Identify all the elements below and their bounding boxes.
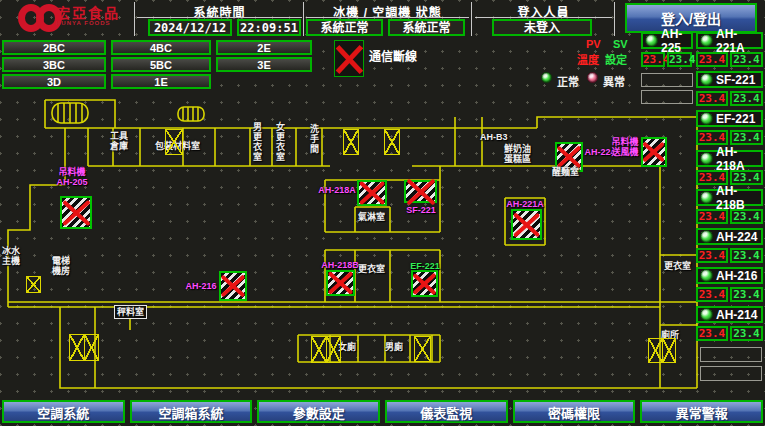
zone-button-2e[interactable]: 2E [216,40,312,55]
pv-sub-header: 溫度 [577,51,599,67]
lift-icon [69,334,99,361]
zone-button-4bc[interactable]: 4BC [111,40,211,55]
unit-sf-221[interactable]: SF-221 [696,71,763,88]
room-label-changing: 更衣室 [358,264,385,274]
unit-ef-221[interactable]: EF-221 [696,110,763,127]
time-value: 22:09:51 [237,19,301,36]
lift-cell [344,130,358,154]
comm-lost-icon [334,40,364,77]
pv-header: PV [586,38,601,50]
nav-password-auth[interactable]: 密碼權限 [513,400,636,423]
unit-ah-224[interactable]: AH-224 [696,228,763,245]
unit-name: SF-221 [716,73,755,87]
nav-param-setting[interactable]: 參數設定 [257,400,380,423]
room-label-ah-b3: AH-B3 [480,132,508,142]
lift-cell [70,335,84,360]
comm-lost-label: 通信斷線 [369,47,417,64]
unit-name: AH-218B [716,184,761,212]
legend-normal-label: 正常 [557,73,579,89]
ahu-label-ah-205: 吊料機AH-205 [50,167,94,187]
ahu-label-sf-221: SF-221 [405,205,437,215]
ahu-label-ah-218a: AH-218A [318,185,356,195]
zone-button-3d[interactable]: 3D [2,74,106,89]
lift-icon [648,338,676,363]
ahu-label-hoist: 吊料機送風機 [610,137,640,157]
sv-sub-header: 設定 [605,51,627,67]
zone-button-5bc[interactable]: 5BC [111,57,211,72]
unit-ah-216[interactable]: AH-216 [696,267,763,284]
ahu-icon-ah-205[interactable] [60,196,92,229]
ahu-label-ah-218b: AH-218B [320,260,360,270]
unit-ah-214[interactable]: AH-214 [696,306,763,323]
unit-name: AH-221A [716,27,761,55]
unit-name: AH-218A [716,145,761,173]
nav-meter-monitor[interactable]: 儀表監視 [385,400,508,423]
unit-name: AH-225 [661,27,691,55]
status-led [645,34,658,47]
ahu-label-ef-221: EF-221 [410,261,440,271]
lift-cell [166,130,182,154]
lift-icon [311,336,341,363]
ahu-icon-ah-216[interactable] [219,271,247,301]
ahu-icon-ef-221[interactable] [411,270,438,297]
room-label-locker-m: 男更衣室 [252,122,262,162]
ahu-icon-ah-218b[interactable] [326,270,355,296]
status-led [700,230,713,243]
zone-button-2bc[interactable]: 2BC [2,40,106,55]
room-label-proofing: 醒麵室 [552,167,579,177]
login-status: 未登入 [492,19,592,36]
status-led [700,34,713,47]
lift-icon [26,276,41,293]
unit-ah-218a[interactable]: AH-218A [696,150,763,167]
bottom-nav: 空調系統空調箱系統參數設定儀表監視密碼權限異常警報 [2,400,763,423]
unit-name: EF-221 [716,112,755,126]
lift-icon [414,336,431,362]
logo-subtitle: HUNYA FOODS [56,20,120,26]
abnormal-led-icon [587,72,598,83]
lift-icon [384,129,400,155]
status-led [700,73,713,86]
room-label-lift-machine: 電梯機房 [52,256,70,276]
chiller-status: 系統正常 [306,19,383,36]
unit-ah-221a[interactable]: AH-221A [696,32,763,49]
status-led [700,308,713,321]
status-led [700,152,713,165]
lift-icon [165,129,183,155]
unit-name: AH-214 [716,308,757,322]
nav-ahu-system[interactable]: 空調箱系統 [130,400,253,423]
status-led [700,269,713,282]
sv-header: SV [613,38,628,50]
lift-cell [27,277,40,292]
status-led [700,191,713,204]
ahu-icon-sf-221[interactable] [404,180,437,203]
zone-button-grid: 2BC4BC2E3BC5BC3E3D1E [2,40,312,89]
lift-cell [385,130,399,154]
nav-alarm[interactable]: 異常警報 [640,400,763,423]
logo-title: 宏亞食品 [56,6,120,20]
status-led [700,112,713,125]
room-label-chiller-room: 冰水主機 [2,246,20,266]
logo: 宏亞食品 HUNYA FOODS [56,6,120,26]
ahu-icon-ah-218a[interactable] [357,180,387,206]
unit-name: AH-216 [716,269,757,283]
zone-button-3e[interactable]: 3E [216,57,312,72]
ahu-icon-ah-221a[interactable] [511,209,542,240]
room-label-cream-cake: 鮮奶油蛋糕區 [504,144,531,164]
unit-ah-225[interactable]: AH-225 [641,32,693,49]
nav-ac-system[interactable]: 空調系統 [2,400,125,423]
unit-ah-218b[interactable]: AH-218B [696,189,763,206]
room-label-tool-storage: 工具倉庫 [110,131,128,151]
normal-led-icon [541,72,552,83]
lift-cell [326,337,341,362]
lift-cell [84,335,99,360]
lift-cell [649,339,662,362]
lift-cell [415,337,430,361]
lift-cell [312,337,326,362]
zone-button-1e[interactable]: 1E [111,74,211,89]
legend-abnormal-label: 異常 [603,73,625,89]
ahu-icon-hoist[interactable] [641,137,667,167]
room-label-washroom: 洗手間 [309,124,319,154]
date-value: 2024/12/12 [148,19,232,36]
zone-button-3bc[interactable]: 3BC [2,57,106,72]
ahu-label-ah-221a: AH-221A [504,199,546,209]
